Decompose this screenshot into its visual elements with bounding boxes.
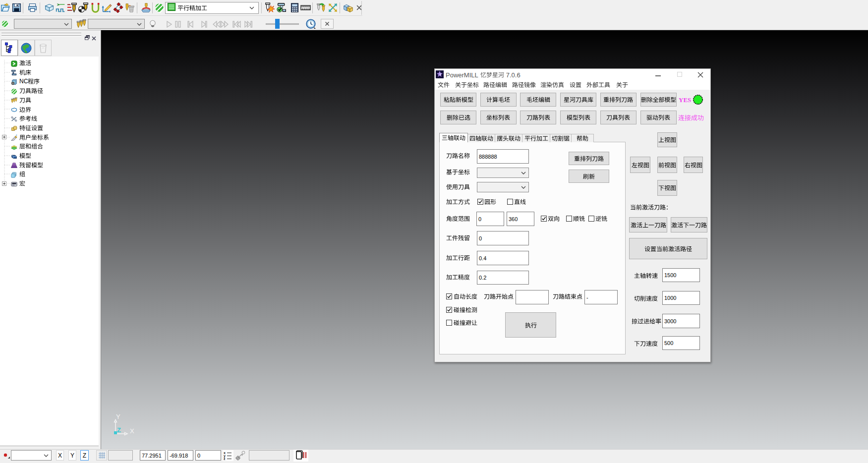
svg-text:X: X bbox=[130, 427, 134, 435]
svg-text:Z: Z bbox=[117, 426, 121, 434]
svg-text:z: z bbox=[224, 457, 226, 461]
svg-text:Y: Y bbox=[116, 413, 120, 420]
